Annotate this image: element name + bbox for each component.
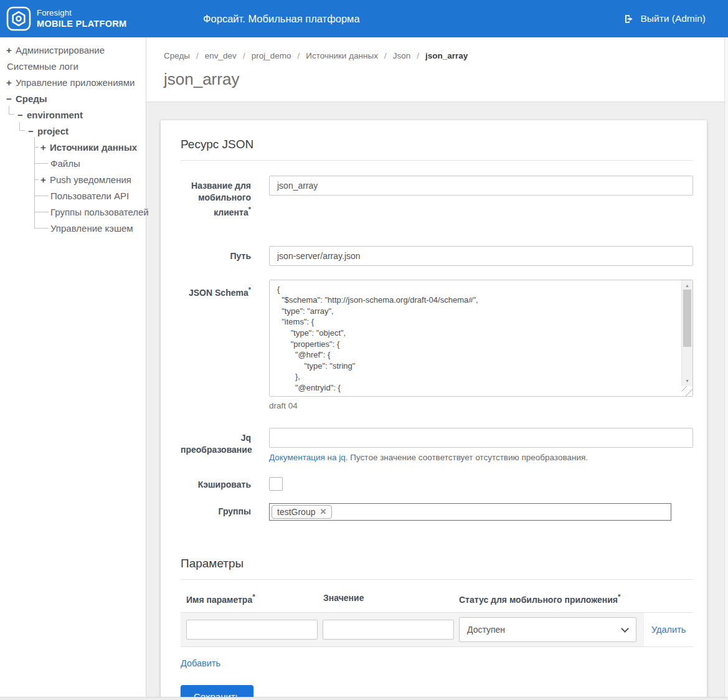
sidebar-item-files[interactable]: Файлы bbox=[34, 155, 146, 171]
field-row-groups: Группы testGroup ✕ bbox=[181, 503, 693, 521]
sidebar-item-project[interactable]: − project bbox=[0, 123, 146, 139]
groups-field-label: Группы bbox=[181, 503, 251, 521]
json-schema-textarea[interactable] bbox=[270, 280, 680, 396]
schema-editor: ▲ ▼ bbox=[269, 280, 693, 397]
sidebar-item-label: Пользователи API bbox=[50, 191, 129, 201]
required-asterisk: * bbox=[252, 592, 255, 600]
sidebar-item-cache-management[interactable]: Управление кэшем bbox=[34, 220, 146, 236]
sidebar-item-label: project bbox=[37, 126, 69, 136]
groups-tag-input[interactable]: testGroup ✕ bbox=[269, 503, 671, 521]
schema-scrollbar-track[interactable]: ▲ ▼ bbox=[681, 280, 693, 386]
brand-bottom-label: MOBILE PLATFORM bbox=[37, 18, 126, 29]
cache-checkbox[interactable] bbox=[269, 477, 283, 491]
jq-docs-link[interactable]: Документация на jq. bbox=[269, 453, 348, 462]
sidebar-item-data-sources[interactable]: + Источники данных bbox=[34, 139, 146, 155]
schema-hint: draft 04 bbox=[269, 401, 693, 410]
resource-form-card: Ресурс JSON Название для мобильного клие… bbox=[161, 120, 707, 700]
jq-transform-input[interactable] bbox=[269, 428, 693, 448]
breadcrumb-item[interactable]: proj_demo bbox=[252, 51, 291, 60]
logout-button[interactable]: Выйти (Admin) bbox=[623, 0, 706, 37]
sidebar-item-user-groups[interactable]: Группы пользователей bbox=[34, 204, 146, 220]
tree-connector bbox=[34, 147, 39, 148]
breadcrumb-item[interactable]: Среды bbox=[164, 51, 190, 60]
delete-parameter-link[interactable]: Удалить bbox=[644, 625, 686, 635]
param-name-input[interactable] bbox=[186, 620, 318, 640]
sidebar-item-label: Администрирование bbox=[16, 45, 105, 55]
expand-icon[interactable]: + bbox=[6, 77, 16, 88]
logout-icon bbox=[623, 13, 635, 25]
field-row-name: Название для мобильного клиента* bbox=[181, 176, 693, 219]
sidebar-item-label: Управление кэшем bbox=[50, 223, 133, 234]
collapse-icon[interactable]: − bbox=[6, 93, 16, 104]
schema-scrollbar-thumb[interactable] bbox=[683, 290, 691, 347]
sidebar-item-environment[interactable]: − environment bbox=[0, 106, 146, 123]
path-field-label: Путь bbox=[181, 246, 251, 266]
page-title: json_array bbox=[164, 70, 709, 89]
sidebar-item-environments[interactable]: − Среды bbox=[0, 90, 146, 106]
jq-field-label: Jq преобразование bbox=[181, 428, 251, 462]
breadcrumb-separator: / bbox=[384, 51, 387, 60]
breadcrumb-item[interactable]: env_dev bbox=[205, 51, 237, 60]
section-title-resource: Ресурс JSON bbox=[181, 138, 693, 161]
status-select[interactable]: Доступен bbox=[459, 617, 636, 642]
breadcrumb-current: json_array bbox=[425, 51, 468, 60]
breadcrumb-separator: / bbox=[196, 51, 199, 60]
tree-connector bbox=[19, 122, 25, 131]
expand-icon[interactable]: + bbox=[40, 174, 50, 185]
sidebar-item-administration[interactable]: + Администрирование bbox=[0, 42, 146, 58]
tree-connector bbox=[34, 179, 39, 180]
brand-text: Foresight MOBILE PLATFORM bbox=[37, 8, 126, 29]
parameters-table-header: Имя параметра* Значение Статус для мобил… bbox=[181, 582, 693, 613]
app-title: Форсайт. Мобильная платформа bbox=[203, 0, 360, 37]
sidebar-item-label: Push уведомления bbox=[50, 174, 131, 185]
cache-field-label: Кэшировать bbox=[181, 477, 251, 491]
field-row-cache: Кэшировать bbox=[181, 477, 693, 491]
resize-grip[interactable] bbox=[682, 386, 693, 396]
required-asterisk: * bbox=[248, 206, 251, 213]
collapse-icon[interactable]: − bbox=[17, 110, 27, 120]
main-content: Среды/env_dev/proj_demo/Источники данных… bbox=[146, 37, 728, 700]
sidebar-item-label: Управление приложениями bbox=[16, 77, 135, 88]
sidebar-item-label: Группы пользователей bbox=[50, 207, 149, 217]
page-horizontal-scrollbar[interactable] bbox=[0, 697, 728, 700]
param-value-input bbox=[323, 620, 454, 640]
sidebar-item-label: environment bbox=[27, 110, 83, 120]
tree-connector bbox=[34, 228, 49, 229]
column-header-status: Статус для мобильного приложения* bbox=[454, 592, 644, 605]
sidebar-item-push-notifications[interactable]: + Push уведомления bbox=[34, 171, 146, 187]
collapse-icon[interactable]: − bbox=[28, 126, 37, 136]
param-value-cell bbox=[318, 613, 454, 646]
remove-tag-icon[interactable]: ✕ bbox=[319, 507, 326, 516]
sidebar-item-label: Источники данных bbox=[50, 142, 137, 153]
sidebar-item-system-logs[interactable]: Системные логи bbox=[0, 58, 146, 74]
param-name-cell bbox=[181, 613, 318, 646]
sidebar-item-app-management[interactable]: + Управление приложениями bbox=[0, 74, 146, 90]
breadcrumb-item[interactable]: Источники данных bbox=[306, 51, 378, 60]
path-input[interactable] bbox=[269, 246, 693, 266]
sidebar-tree: + Администрирование Системные логи + Упр… bbox=[0, 37, 146, 700]
breadcrumb-separator: / bbox=[243, 51, 245, 60]
expand-icon[interactable]: + bbox=[40, 142, 50, 153]
column-header-name: Имя параметра* bbox=[181, 592, 318, 605]
mobile-client-name-input[interactable] bbox=[269, 176, 693, 196]
parameters-table: Имя параметра* Значение Статус для мобил… bbox=[181, 582, 693, 648]
page-vertical-scrollbar[interactable] bbox=[724, 37, 728, 700]
add-parameter-link[interactable]: Добавить bbox=[181, 658, 220, 668]
sidebar-item-label: Среды bbox=[16, 93, 47, 104]
scroll-up-arrow-icon[interactable]: ▲ bbox=[682, 281, 693, 290]
brand-logo[interactable]: Foresight MOBILE PLATFORM bbox=[6, 6, 126, 31]
breadcrumb: Среды/env_dev/proj_demo/Источники данных… bbox=[164, 51, 709, 60]
section-title-parameters: Параметры bbox=[181, 557, 693, 580]
app-header: Foresight MOBILE PLATFORM Форсайт. Мобил… bbox=[0, 0, 728, 37]
sidebar-item-api-users[interactable]: Пользователи API bbox=[34, 187, 146, 204]
sidebar-item-label: Файлы bbox=[50, 158, 80, 169]
brand-top-label: Foresight bbox=[37, 8, 126, 18]
jq-helper-text: Документация на jq. Пустое значение соот… bbox=[269, 453, 693, 462]
breadcrumb-separator: / bbox=[297, 51, 300, 60]
param-status-cell: Доступен bbox=[454, 613, 644, 646]
required-asterisk: * bbox=[248, 286, 251, 293]
scroll-down-arrow-icon[interactable]: ▼ bbox=[682, 376, 693, 385]
expand-icon[interactable]: + bbox=[6, 45, 16, 55]
project-children: + Источники данных Файлы + Push уведомле… bbox=[34, 139, 146, 236]
breadcrumb-item[interactable]: Json bbox=[393, 51, 411, 60]
